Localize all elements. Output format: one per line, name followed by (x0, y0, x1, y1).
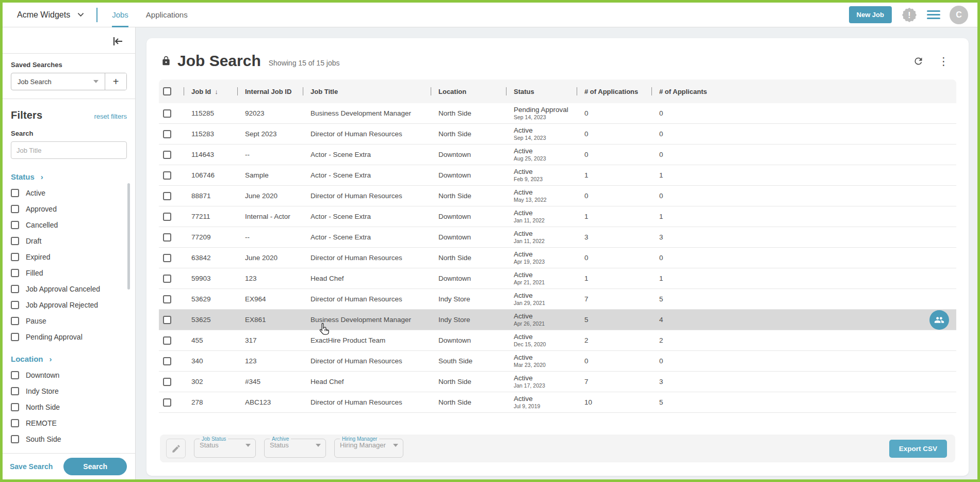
filter-option-job-approval-rejected[interactable]: Job Approval Rejected (11, 301, 127, 309)
sidebar-scrollbar[interactable] (127, 183, 130, 290)
people-icon (934, 315, 944, 325)
checkbox[interactable] (11, 285, 19, 293)
table-row-job-115285[interactable]: 11528592023Business Development ManagerN… (159, 103, 956, 124)
table-row-job-59903[interactable]: 59903123Head ChefDowntownActiveApr 21, 2… (159, 268, 956, 289)
checkbox[interactable] (11, 301, 19, 309)
filter-option-active[interactable]: Active (11, 189, 127, 197)
hiring-manager-select[interactable]: Hiring Manager Hiring Manager (334, 436, 403, 458)
column-header-location[interactable]: Location (431, 79, 506, 103)
row-checkbox[interactable] (163, 233, 171, 242)
avatar[interactable]: C (950, 6, 968, 24)
column-header-job-id[interactable]: Job Id↓ (184, 79, 237, 103)
select-all-checkbox[interactable] (163, 87, 171, 95)
checkbox[interactable] (11, 317, 19, 325)
row-checkbox[interactable] (163, 336, 171, 345)
checkbox[interactable] (11, 269, 19, 277)
row-checkbox[interactable] (163, 130, 171, 138)
row-checkbox[interactable] (163, 398, 171, 407)
table-row-job-88871[interactable]: 88871June 2020Director of Human Resource… (159, 186, 956, 206)
table-row-job-53629[interactable]: 53629EX964Director of Human ResourcesInd… (159, 289, 956, 310)
filter-section-header-location[interactable]: Location› (11, 355, 127, 363)
filter-option-remote[interactable]: REMOTE (11, 419, 127, 427)
job-status-select[interactable]: Job Status Status (194, 436, 256, 458)
row-checkbox[interactable] (163, 151, 171, 159)
row-checkbox[interactable] (163, 254, 171, 262)
checkbox[interactable] (11, 371, 19, 379)
search-button[interactable]: Search (63, 458, 127, 475)
filter-section-header-status[interactable]: Status› (11, 172, 127, 181)
new-job-button[interactable]: New Job (849, 6, 892, 23)
save-search-button[interactable]: Save Search (10, 462, 53, 471)
column-header-applicants[interactable]: # of Applicants (651, 79, 956, 103)
filter-option-pause[interactable]: Pause (11, 317, 127, 325)
filter-option-expired[interactable]: Expired (11, 253, 127, 261)
table-row-job-77211[interactable]: 77211Internal - ActorActor - Scene Extra… (159, 206, 956, 227)
tab-applications[interactable]: Applications (146, 3, 188, 27)
cell-location: Downtown (431, 213, 506, 220)
filter-option-approved[interactable]: Approved (11, 205, 127, 213)
filter-option-draft[interactable]: Draft (11, 237, 127, 245)
row-checkbox[interactable] (163, 275, 171, 283)
lock-icon (161, 55, 171, 67)
table-row-job-114643[interactable]: 114643--Actor - Scene ExtraDowntownActiv… (159, 144, 956, 165)
filter-option-job-approval-canceled[interactable]: Job Approval Canceled (11, 285, 127, 293)
checkbox[interactable] (11, 435, 19, 443)
table-row-job-340[interactable]: 340123Director of Human ResourcesSouth S… (159, 351, 956, 372)
checkbox[interactable] (11, 387, 19, 395)
filter-option-downtown[interactable]: Downtown (11, 371, 127, 379)
table-row-job-115283[interactable]: 115283Sept 2023Director of Human Resourc… (159, 124, 956, 144)
refresh-icon[interactable] (913, 56, 924, 67)
filter-option-south-side[interactable]: South Side (11, 435, 127, 443)
checkbox[interactable] (11, 189, 19, 197)
row-checkbox[interactable] (163, 171, 171, 180)
export-csv-button[interactable]: Export CSV (889, 440, 947, 458)
row-checkbox[interactable] (163, 378, 171, 386)
chevron-right-icon: › (41, 172, 43, 181)
cell-location: Downtown (431, 171, 506, 179)
checkbox[interactable] (11, 253, 19, 261)
menu-icon[interactable] (927, 8, 940, 21)
notification-badge-icon[interactable]: ! (901, 7, 918, 23)
saved-search-select[interactable]: Job Search (11, 73, 105, 90)
org-selector[interactable]: Acme Widgets (17, 10, 84, 20)
reset-filters-link[interactable]: reset filters (94, 113, 127, 120)
table-row-job-455[interactable]: 455317ExactHire Product TeamDowntownActi… (159, 330, 956, 351)
filter-option-north-side[interactable]: North Side (11, 403, 127, 411)
row-checkbox[interactable] (163, 213, 171, 221)
checkbox[interactable] (11, 237, 19, 245)
add-saved-search-button[interactable]: + (105, 73, 126, 90)
column-header-internal-job-id[interactable]: Internal Job ID (237, 79, 303, 103)
collapse-sidebar-icon[interactable] (111, 36, 124, 47)
checkbox[interactable] (11, 221, 19, 229)
table-row-job-63842[interactable]: 63842June 2020Director of Human Resource… (159, 248, 956, 268)
column-header-job-title[interactable]: Job Title (303, 79, 431, 103)
row-checkbox-cell (159, 351, 184, 371)
tab-jobs[interactable]: Jobs (112, 3, 128, 27)
row-checkbox[interactable] (163, 316, 171, 324)
table-row-job-302[interactable]: 302#345Head ChefNorth SideActiveJan 17, … (159, 372, 956, 392)
table-row-job-53625[interactable]: 53625EX861Business Development ManagerIn… (159, 310, 956, 330)
job-title-input[interactable] (11, 141, 127, 159)
row-checkbox[interactable] (163, 109, 171, 118)
column-header-applications[interactable]: # of Applications (577, 79, 651, 103)
edit-button[interactable] (166, 439, 186, 458)
column-header-status[interactable]: Status (506, 79, 577, 103)
checkbox[interactable] (11, 419, 19, 427)
filter-option-indy-store[interactable]: Indy Store (11, 387, 127, 395)
table-row-job-278[interactable]: 278ABC123Director of Human ResourcesNort… (159, 392, 956, 413)
row-checkbox[interactable] (163, 295, 171, 303)
filter-option-cancelled[interactable]: Cancelled (11, 221, 127, 229)
checkbox[interactable] (11, 403, 19, 411)
table-row-job-77209[interactable]: 77209--Actor - Scene ExtraDowntownActive… (159, 227, 956, 248)
archive-select[interactable]: Archive Status (264, 436, 326, 458)
row-checkbox[interactable] (163, 192, 171, 200)
cell-internal-job-id: 123 (237, 357, 303, 365)
checkbox[interactable] (11, 333, 19, 341)
checkbox[interactable] (11, 205, 19, 213)
row-checkbox[interactable] (163, 357, 171, 365)
more-options-icon[interactable]: ⋮ (938, 56, 949, 67)
filter-option-filled[interactable]: Filled (11, 269, 127, 277)
view-applicants-button[interactable] (929, 310, 949, 330)
table-row-job-106746[interactable]: 106746SampleActor - Scene ExtraDowntownA… (159, 165, 956, 186)
filter-option-pending-approval[interactable]: Pending Approval (11, 333, 127, 341)
